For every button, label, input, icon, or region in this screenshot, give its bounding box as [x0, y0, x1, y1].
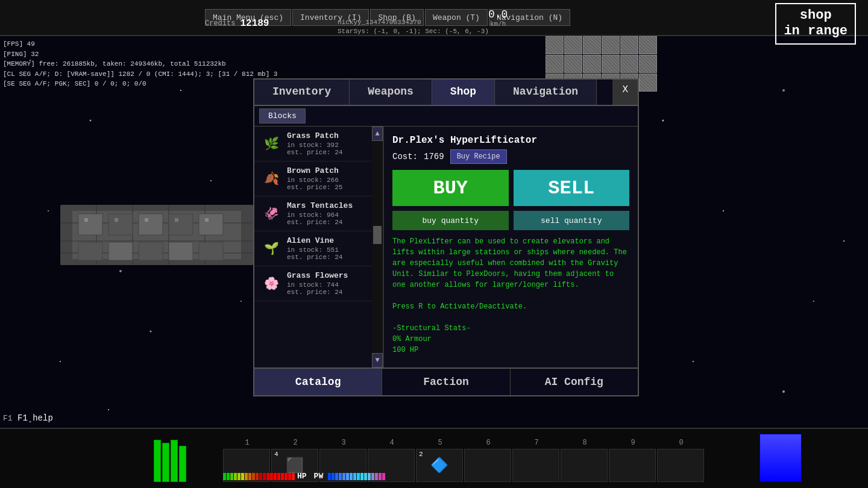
sell-quantity-button[interactable]: sell quantity — [514, 211, 630, 230]
tab-ai-config[interactable]: AI Config — [511, 369, 638, 395]
bar-seg — [223, 473, 226, 480]
pw-seg — [368, 473, 371, 480]
item-icon-grass-patch: 🌿 — [260, 133, 282, 155]
item-icon-grass-flowers: 🌸 — [260, 273, 282, 295]
svg-point-2 — [180, 90, 181, 91]
slot-item-icon: 🔷 — [430, 457, 448, 474]
hotbar-slot-0[interactable] — [657, 449, 704, 482]
list-item[interactable]: 🦑 Mars Tentacles in stock: 964 est. pric… — [254, 196, 383, 231]
help-label: F1 help — [17, 413, 53, 423]
bar-seg — [266, 473, 269, 480]
svg-point-15 — [241, 301, 242, 302]
tab-faction[interactable]: Faction — [382, 369, 510, 395]
pw-seg — [360, 473, 363, 480]
fps-text: [FPS] 49 — [3, 39, 277, 49]
hotbar-slot-5[interactable]: 2 🔷 — [416, 449, 463, 482]
health-segment — [162, 443, 169, 482]
health-segment — [154, 440, 161, 482]
pw-seg — [339, 473, 342, 480]
slot-num-4: 4 — [368, 439, 416, 447]
tab-catalog[interactable]: Catalog — [254, 369, 382, 395]
svg-rect-40 — [115, 218, 118, 222]
hotbar-slot-6[interactable] — [464, 449, 511, 482]
tab-weapons[interactable]: Weapons — [350, 80, 432, 105]
bar-seg — [285, 473, 288, 480]
svg-point-13 — [150, 331, 152, 333]
hotbar-slot-7[interactable] — [512, 449, 559, 482]
slot-num-2: 2 — [271, 439, 319, 447]
pw-seg — [357, 473, 360, 480]
list-item[interactable]: 🌸 Grass Flowers in stock: 744 est. price… — [254, 266, 383, 301]
item-stock: in stock: 392 — [287, 142, 377, 149]
buy-recipe-button[interactable]: Buy Recipe — [450, 149, 507, 164]
shop-badge-text1: shop — [784, 8, 848, 23]
hotbar-slot-8[interactable] — [561, 449, 608, 482]
item-price: est. price: 24 — [287, 149, 377, 156]
list-item[interactable]: 🍂 Brown Patch in stock: 266 est. price: … — [254, 161, 383, 196]
cost-value: 1769 — [424, 152, 444, 161]
color-bars — [223, 473, 295, 480]
health-segment — [171, 440, 178, 482]
item-info-grass-flowers: Grass Flowers in stock: 744 est. price: … — [287, 271, 377, 296]
slot-numbers: 1 2 3 4 5 6 7 8 9 0 — [223, 439, 705, 447]
health-segment — [179, 446, 186, 482]
pw-seg — [371, 473, 374, 480]
bar-seg — [234, 473, 237, 480]
sub-tabs: Blocks — [254, 106, 638, 127]
item-icon-mars-tentacles: 🦑 — [260, 203, 282, 225]
slot-num-1: 1 — [223, 439, 271, 447]
hotbar-slot-9[interactable] — [609, 449, 656, 482]
memory-text: [MEMORY] free: 261885kb, taken: 249346kb… — [3, 59, 277, 69]
bar-seg — [237, 473, 241, 480]
item-price: est. price: 24 — [287, 289, 377, 296]
slot-count: 4 — [274, 451, 278, 458]
item-stock: in stock: 551 — [287, 246, 377, 254]
bar-seg — [252, 473, 255, 480]
close-button[interactable]: X — [612, 80, 638, 105]
tab-inventory[interactable]: Inventory — [254, 80, 350, 105]
buy-quantity-button[interactable]: buy quantity — [392, 211, 509, 230]
sub-tab-blocks[interactable]: Blocks — [259, 108, 306, 124]
slot-num-6: 6 — [464, 439, 512, 447]
scroll-up-button[interactable]: ▲ — [372, 127, 383, 141]
speed-unit: km/h — [488, 20, 508, 28]
pw-bars — [328, 473, 385, 480]
pw-seg — [382, 473, 385, 480]
scroll-down-button[interactable]: ▼ — [372, 353, 383, 368]
list-item[interactable]: 🌿 Grass Patch in stock: 392 est. price: … — [254, 127, 383, 161]
content-area: 🌿 Grass Patch in stock: 392 est. price: … — [254, 127, 638, 368]
credits-area: Credits 12189 — [205, 18, 269, 29]
list-item[interactable]: 🌱 Alien Vine in stock: 551 est. price: 2… — [254, 231, 383, 266]
sell-button[interactable]: SELL — [514, 170, 630, 206]
credits-label: Credits — [205, 19, 235, 28]
ping-text: [PING] 32 — [3, 49, 277, 60]
bar-seg — [274, 473, 277, 480]
bar-seg — [245, 473, 248, 480]
star-system-info: StarSys: (-1, 0, -1); Sec: (-5, 6, -3) — [338, 27, 489, 36]
svg-point-18 — [782, 390, 785, 393]
svg-point-8 — [782, 89, 785, 92]
item-info-mars-tentacles: Mars Tentacles in stock: 964 est. price:… — [287, 201, 377, 226]
svg-point-19 — [843, 240, 844, 242]
svg-point-14 — [693, 361, 694, 362]
item-stats-hp: 100 HP — [392, 346, 418, 354]
scrollbar: ▲ ▼ — [372, 127, 383, 368]
svg-rect-30 — [108, 214, 133, 235]
buy-button[interactable]: BUY — [392, 170, 509, 206]
pw-seg — [379, 473, 382, 480]
bar-seg — [277, 473, 280, 480]
top-bar: Main Menu (esc) Inventory (I) Shop (B) W… — [0, 0, 868, 36]
item-detail-title: Dr.Plex's HyperLifticator — [392, 135, 629, 146]
bar-seg — [259, 473, 262, 480]
tab-shop[interactable]: Shop — [432, 80, 495, 105]
svg-rect-38 — [199, 242, 223, 260]
player-name: nickyy_13474708334370 — [338, 18, 489, 27]
debug-info: [FPS] 49 [PING] 32 [MEMORY] free: 261885… — [3, 39, 277, 89]
green-health-bar — [154, 434, 190, 482]
item-icon-alien-vine: 🌱 — [260, 238, 282, 260]
blue-energy-bar — [760, 434, 802, 482]
tab-navigation[interactable]: Navigation — [495, 80, 597, 105]
bar-seg — [256, 473, 259, 480]
cost-label: Cost: — [392, 152, 418, 161]
item-icon-brown-patch: 🍂 — [260, 168, 282, 190]
